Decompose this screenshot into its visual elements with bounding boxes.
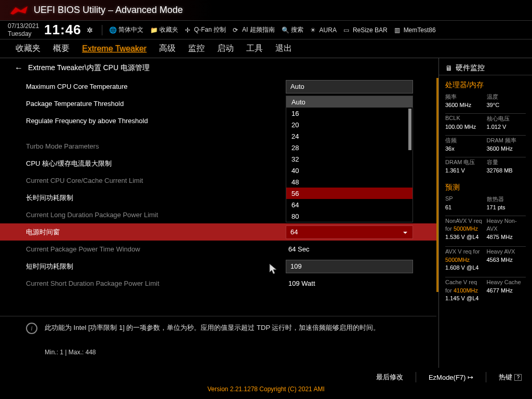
- resizebar-button[interactable]: ▭ReSize BAR: [341, 26, 390, 34]
- tab-3[interactable]: 高级: [159, 40, 176, 57]
- help-range: Min.: 1 | Max.: 448: [45, 349, 380, 356]
- field-max-cpu-temp[interactable]: Auto: [286, 80, 413, 94]
- ai-icon: ⟳: [233, 26, 240, 34]
- help-text: 此功能为 Intel [功率限制 1] 的一项参数，单位为秒。应用的值显示超过 …: [45, 323, 380, 333]
- ai-overclock-button[interactable]: ⟳AI 超频指南: [231, 25, 277, 34]
- dropdown-item-32[interactable]: 32: [286, 153, 413, 165]
- tab-5[interactable]: 启动: [217, 40, 234, 57]
- gear-icon[interactable]: ✲: [87, 26, 93, 34]
- sidebar-section-cpu: 处理器/内存: [439, 75, 532, 93]
- monitor-icon: 🖥: [445, 64, 453, 72]
- memtest-button[interactable]: ▥MemTest86: [392, 26, 438, 34]
- aura-icon: ☀: [310, 26, 317, 34]
- dropdown-item-40[interactable]: 40: [286, 165, 413, 176]
- back-arrow-icon[interactable]: ←: [15, 63, 23, 73]
- sidebar-section-predict: 预测: [439, 178, 532, 195]
- row-current-time-window: Current Package Power Time Window 64 Sec: [0, 241, 436, 258]
- folder-icon: 📁: [150, 26, 157, 34]
- hw-monitor-sidebar: 🖥 硬件监控 处理器/内存 频率温度 3600 MHz39°C BCLK核心电压…: [438, 58, 532, 368]
- info-icon: i: [26, 323, 37, 334]
- bios-title: UEFI BIOS Utility – Advanced Mode: [34, 5, 183, 16]
- breadcrumb: ← Extreme Tweaker\内置 CPU 电源管理: [0, 58, 438, 78]
- tab-6[interactable]: 工具: [246, 40, 263, 57]
- date-display: 07/13/2021 Tuesday: [8, 22, 39, 37]
- memtest-icon: ▥: [394, 26, 402, 34]
- breadcrumb-text: Extreme Tweaker\内置 CPU 电源管理: [28, 63, 150, 73]
- field-power-time-window[interactable]: 64: [286, 225, 413, 239]
- dropdown-item-28[interactable]: 28: [286, 142, 413, 153]
- favorites-button[interactable]: 📁收藏夹: [148, 25, 180, 34]
- version-text: Version 2.21.1278 Copyright (C) 2021 AMI: [0, 382, 532, 396]
- fan-icon: ✢: [185, 26, 192, 34]
- search-icon: 🔍: [282, 26, 289, 34]
- tab-7[interactable]: 退出: [275, 40, 292, 57]
- tab-4[interactable]: 监控: [188, 40, 205, 57]
- qfan-button[interactable]: ✢Q-Fan 控制: [183, 25, 228, 34]
- aura-button[interactable]: ☀AURA: [308, 26, 339, 34]
- date-line: 07/13/2021: [8, 22, 39, 30]
- tab-1[interactable]: 概要: [53, 40, 70, 57]
- topbar: 07/13/2021 Tuesday 11:46 ✲ 🌐简体中文 📁收藏夹 ✢Q…: [0, 21, 532, 39]
- search-button[interactable]: 🔍搜索: [280, 25, 305, 34]
- row-current-short-limit: Current Short Duration Package Power Lim…: [0, 275, 436, 292]
- day-line: Tuesday: [8, 30, 39, 37]
- dropdown-pkg-temp[interactable]: Auto 16202428324048566480: [286, 96, 413, 222]
- dropdown-item-16[interactable]: 16: [286, 108, 413, 119]
- hotkey-button[interactable]: 热键?: [499, 373, 522, 382]
- field-short-power-limit[interactable]: 109: [286, 260, 413, 273]
- dropdown-item-80[interactable]: 80: [286, 210, 413, 222]
- exit-icon: ↦: [468, 374, 473, 381]
- footer: 最后修改 EzMode(F7)↦ 热键? Version 2.21.1278 C…: [0, 368, 532, 399]
- dropdown-item-64[interactable]: 64: [286, 199, 413, 210]
- help-panel: i 此功能为 Intel [功率限制 1] 的一项参数，单位为秒。应用的值显示超…: [0, 316, 436, 368]
- dropdown-item-auto[interactable]: Auto: [286, 96, 413, 108]
- content-pane: ← Extreme Tweaker\内置 CPU 电源管理 Maximum CP…: [0, 58, 438, 368]
- tab-2[interactable]: Extreme Tweaker: [82, 41, 147, 57]
- dropdown-item-48[interactable]: 48: [286, 176, 413, 188]
- dropdown-item-56[interactable]: 56: [286, 188, 413, 199]
- dropdown-scrollbar[interactable]: [408, 109, 411, 150]
- sidebar-title: 🖥 硬件监控: [439, 61, 532, 75]
- rog-logo-icon: [8, 3, 29, 18]
- language-button[interactable]: 🌐简体中文: [107, 25, 145, 34]
- row-max-cpu-temp[interactable]: Maximum CPU Core Temperature Auto: [0, 78, 436, 95]
- dropdown-item-24[interactable]: 24: [286, 130, 413, 142]
- row-short-power-limit[interactable]: 短时间功耗限制 109: [0, 258, 436, 275]
- main-tabs: 收藏夹概要Extreme Tweaker高级监控启动工具退出: [0, 39, 532, 58]
- tab-0[interactable]: 收藏夹: [16, 40, 41, 57]
- header-bar: UEFI BIOS Utility – Advanced Mode: [0, 0, 532, 21]
- last-modified-button[interactable]: 最后修改: [376, 373, 403, 382]
- dropdown-item-20[interactable]: 20: [286, 119, 413, 130]
- resize-icon: ▭: [343, 26, 351, 34]
- row-power-time-window[interactable]: 电源时间窗 64: [0, 223, 436, 241]
- globe-icon: 🌐: [109, 26, 116, 34]
- ezmode-button[interactable]: EzMode(F7)↦: [429, 374, 474, 381]
- time-display: 11:46: [44, 22, 82, 38]
